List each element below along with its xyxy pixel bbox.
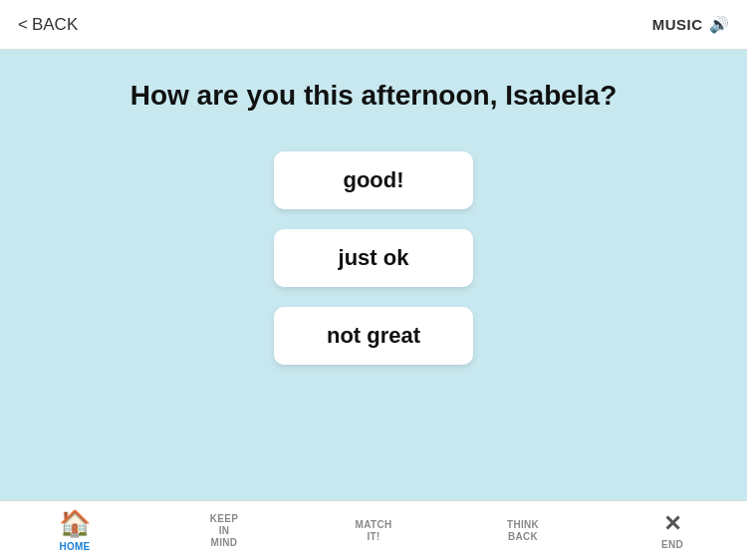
music-button[interactable]: MUSIC 🔊 [652,15,729,34]
nav-home[interactable]: 🏠 HOME [35,508,115,553]
nav-think-back[interactable]: THINKBACK [483,519,563,543]
main-content: How are you this afternoon, Isabela? goo… [0,50,747,510]
match-it-label: MATCHIT! [356,519,392,543]
back-chevron-icon: < [18,15,28,35]
answer-just-ok-label: just ok [339,245,409,270]
answer-not-great-label: not great [327,323,420,348]
nav-end[interactable]: ✕ END [632,511,712,551]
back-label: BACK [32,15,78,35]
nav-match-it[interactable]: MATCHIT! [334,519,413,543]
home-label: HOME [59,541,90,553]
keep-in-mind-label: KEEPinMIND [210,513,238,549]
end-label: END [661,539,683,551]
back-button[interactable]: < BACK [18,15,78,35]
think-back-label: THINKBACK [507,519,539,543]
speaker-icon: 🔊 [709,15,730,34]
nav-keep-in-mind[interactable]: KEEPinMIND [184,513,264,549]
answer-good-label: good! [343,167,403,192]
music-label: MUSIC [652,16,703,33]
bottom-bar: 🏠 HOME KEEPinMIND MATCHIT! THINKBACK ✕ E… [0,500,747,560]
answer-not-great-button[interactable]: not great [274,307,473,365]
answer-just-ok-button[interactable]: just ok [274,229,473,287]
home-icon: 🏠 [59,508,91,539]
answer-good-button[interactable]: good! [274,151,473,209]
end-x-icon: ✕ [663,511,681,537]
top-bar: < BACK MUSIC 🔊 [0,0,747,50]
question-title: How are you this afternoon, Isabela? [130,80,618,112]
